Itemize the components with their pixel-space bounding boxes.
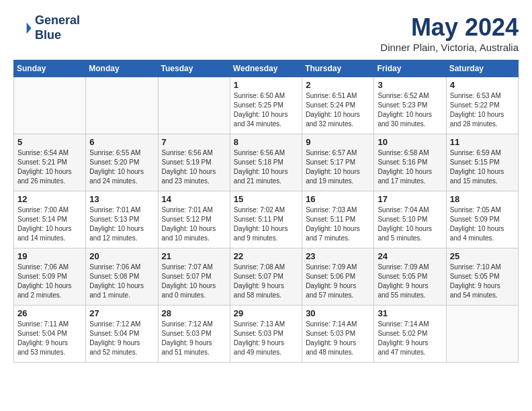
day-info: Sunrise: 7:03 AM Sunset: 5:11 PM Dayligh… [306,205,370,243]
column-header-saturday: Saturday [446,60,518,77]
day-number: 19 [17,251,82,261]
day-number: 28 [162,308,226,318]
calendar-header-row: SundayMondayTuesdayWednesdayThursdayFrid… [14,60,519,77]
day-info: Sunrise: 7:02 AM Sunset: 5:11 PM Dayligh… [234,205,298,243]
day-info: Sunrise: 7:00 AM Sunset: 5:14 PM Dayligh… [17,205,82,243]
calendar-cell: 10Sunrise: 6:58 AM Sunset: 5:16 PM Dayli… [374,134,446,191]
day-info: Sunrise: 6:54 AM Sunset: 5:21 PM Dayligh… [17,148,82,186]
day-info: Sunrise: 6:56 AM Sunset: 5:19 PM Dayligh… [162,148,226,186]
day-info: Sunrise: 7:06 AM Sunset: 5:09 PM Dayligh… [17,263,82,300]
calendar-cell: 28Sunrise: 7:12 AM Sunset: 5:03 PM Dayli… [158,306,230,363]
calendar-cell: 22Sunrise: 7:08 AM Sunset: 5:07 PM Dayli… [230,248,302,306]
day-info: Sunrise: 6:56 AM Sunset: 5:18 PM Dayligh… [234,148,298,186]
calendar-cell: 14Sunrise: 7:01 AM Sunset: 5:12 PM Dayli… [158,191,230,248]
day-info: Sunrise: 6:59 AM Sunset: 5:15 PM Dayligh… [450,148,515,186]
day-number: 16 [306,194,370,204]
calendar-cell: 18Sunrise: 7:05 AM Sunset: 5:09 PM Dayli… [446,191,518,248]
page-header: General Blue May 2024 Dinner Plain, Vict… [13,13,519,53]
day-info: Sunrise: 7:09 AM Sunset: 5:06 PM Dayligh… [306,263,370,300]
day-number: 22 [234,251,298,261]
column-header-wednesday: Wednesday [230,60,302,77]
calendar-table: SundayMondayTuesdayWednesdayThursdayFrid… [13,60,519,363]
day-info: Sunrise: 7:14 AM Sunset: 5:03 PM Dayligh… [306,320,370,357]
column-header-monday: Monday [86,60,158,77]
day-info: Sunrise: 7:10 AM Sunset: 5:05 PM Dayligh… [450,263,515,300]
calendar-cell: 31Sunrise: 7:14 AM Sunset: 5:02 PM Dayli… [374,306,446,363]
calendar-week-row: 12Sunrise: 7:00 AM Sunset: 5:14 PM Dayli… [14,191,519,248]
day-number: 3 [378,80,442,90]
day-info: Sunrise: 6:57 AM Sunset: 5:17 PM Dayligh… [306,148,370,186]
calendar-cell: 2Sunrise: 6:51 AM Sunset: 5:24 PM Daylig… [302,77,374,134]
column-header-sunday: Sunday [14,60,86,77]
calendar-week-row: 1Sunrise: 6:50 AM Sunset: 5:25 PM Daylig… [14,77,519,134]
day-number: 29 [234,308,298,318]
day-number: 21 [162,251,226,261]
day-number: 30 [306,308,370,318]
calendar-cell [86,77,158,134]
day-info: Sunrise: 6:58 AM Sunset: 5:16 PM Dayligh… [378,148,442,186]
day-info: Sunrise: 7:13 AM Sunset: 5:03 PM Dayligh… [234,320,298,357]
calendar-cell [158,77,230,134]
day-number: 2 [306,80,370,90]
calendar-cell: 16Sunrise: 7:03 AM Sunset: 5:11 PM Dayli… [302,191,374,248]
day-number: 27 [89,308,154,318]
day-number: 6 [89,137,154,147]
logo-icon [13,19,32,38]
day-info: Sunrise: 6:53 AM Sunset: 5:22 PM Dayligh… [450,91,515,129]
day-number: 20 [89,251,154,261]
calendar-cell: 7Sunrise: 6:56 AM Sunset: 5:19 PM Daylig… [158,134,230,191]
calendar-cell: 27Sunrise: 7:12 AM Sunset: 5:04 PM Dayli… [86,306,158,363]
logo: General Blue [13,13,80,42]
calendar-cell: 12Sunrise: 7:00 AM Sunset: 5:14 PM Dayli… [14,191,86,248]
calendar-cell: 24Sunrise: 7:09 AM Sunset: 5:05 PM Dayli… [374,248,446,306]
day-number: 11 [450,137,515,147]
day-number: 15 [234,194,298,204]
day-number: 9 [306,137,370,147]
calendar-cell: 23Sunrise: 7:09 AM Sunset: 5:06 PM Dayli… [302,248,374,306]
calendar-cell: 9Sunrise: 6:57 AM Sunset: 5:17 PM Daylig… [302,134,374,191]
calendar-cell: 5Sunrise: 6:54 AM Sunset: 5:21 PM Daylig… [14,134,86,191]
logo-text: General Blue [35,13,80,42]
calendar-cell: 8Sunrise: 6:56 AM Sunset: 5:18 PM Daylig… [230,134,302,191]
calendar-cell: 15Sunrise: 7:02 AM Sunset: 5:11 PM Dayli… [230,191,302,248]
svg-marker-1 [28,22,31,25]
calendar-cell: 3Sunrise: 6:52 AM Sunset: 5:23 PM Daylig… [374,77,446,134]
day-info: Sunrise: 7:04 AM Sunset: 5:10 PM Dayligh… [378,205,442,243]
day-info: Sunrise: 6:52 AM Sunset: 5:23 PM Dayligh… [378,91,442,129]
day-number: 1 [234,80,298,90]
day-info: Sunrise: 7:06 AM Sunset: 5:08 PM Dayligh… [89,263,154,300]
day-info: Sunrise: 7:09 AM Sunset: 5:05 PM Dayligh… [378,263,442,300]
calendar-cell: 17Sunrise: 7:04 AM Sunset: 5:10 PM Dayli… [374,191,446,248]
calendar-week-row: 5Sunrise: 6:54 AM Sunset: 5:21 PM Daylig… [14,134,519,191]
calendar-cell: 30Sunrise: 7:14 AM Sunset: 5:03 PM Dayli… [302,306,374,363]
day-number: 23 [306,251,370,261]
day-info: Sunrise: 7:08 AM Sunset: 5:07 PM Dayligh… [234,263,298,300]
location-subtitle: Dinner Plain, Victoria, Australia [380,42,519,53]
calendar-cell: 21Sunrise: 7:07 AM Sunset: 5:07 PM Dayli… [158,248,230,306]
day-number: 8 [234,137,298,147]
calendar-cell: 25Sunrise: 7:10 AM Sunset: 5:05 PM Dayli… [446,248,518,306]
day-number: 18 [450,194,515,204]
day-info: Sunrise: 6:55 AM Sunset: 5:20 PM Dayligh… [89,148,154,186]
day-info: Sunrise: 7:11 AM Sunset: 5:04 PM Dayligh… [17,320,82,357]
day-number: 31 [378,308,442,318]
day-info: Sunrise: 6:51 AM Sunset: 5:24 PM Dayligh… [306,91,370,129]
day-info: Sunrise: 7:14 AM Sunset: 5:02 PM Dayligh… [378,320,442,357]
month-title: May 2024 [380,13,519,42]
day-number: 13 [89,194,154,204]
title-area: May 2024 Dinner Plain, Victoria, Austral… [380,13,519,53]
calendar-cell: 20Sunrise: 7:06 AM Sunset: 5:08 PM Dayli… [86,248,158,306]
day-info: Sunrise: 7:12 AM Sunset: 5:04 PM Dayligh… [89,320,154,357]
day-number: 17 [378,194,442,204]
calendar-cell [446,306,518,363]
day-number: 7 [162,137,226,147]
calendar-week-row: 19Sunrise: 7:06 AM Sunset: 5:09 PM Dayli… [14,248,519,306]
day-number: 4 [450,80,515,90]
svg-marker-0 [27,22,32,34]
day-info: Sunrise: 7:07 AM Sunset: 5:07 PM Dayligh… [162,263,226,300]
day-number: 12 [17,194,82,204]
calendar-cell: 29Sunrise: 7:13 AM Sunset: 5:03 PM Dayli… [230,306,302,363]
day-number: 26 [17,308,82,318]
calendar-cell: 26Sunrise: 7:11 AM Sunset: 5:04 PM Dayli… [14,306,86,363]
day-info: Sunrise: 6:50 AM Sunset: 5:25 PM Dayligh… [234,91,298,129]
